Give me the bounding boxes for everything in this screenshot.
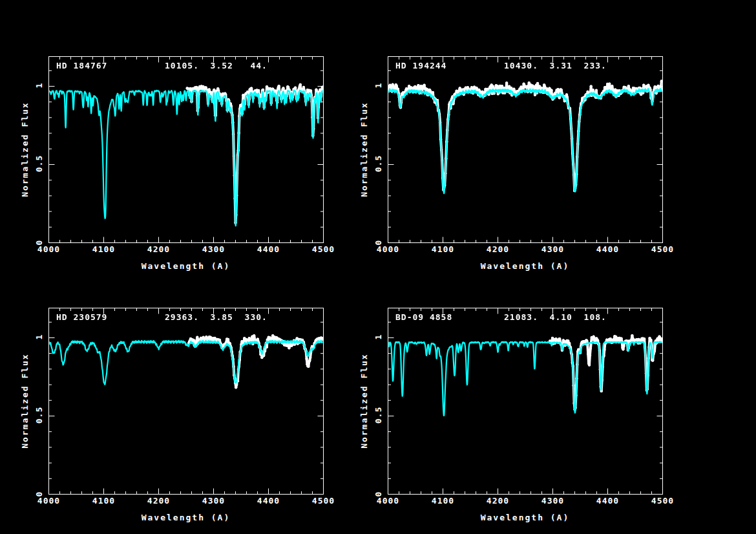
y-axis-title: Normalized Flux (359, 56, 370, 242)
spectra-figure: HD 184767 10105. 3.52 44. Wavelength (A)… (0, 0, 756, 534)
spectrum-panel-hd194244: HD 194244 10430. 3.31 233. Wavelength (A… (339, 0, 717, 267)
x-tick-label: 4100 (85, 496, 123, 506)
spectrum-panel-hd230579: HD 230579 29363. 3.85 330. Wavelength (A… (0, 251, 378, 518)
y-tick-label: 0 (34, 475, 45, 513)
x-axis-title: Wavelength (A) (48, 513, 323, 523)
x-tick-label: 4100 (424, 496, 463, 506)
y-tick-label: 0.5 (34, 396, 45, 434)
spectrum-plot-canvas (388, 308, 663, 495)
x-tick-label: 4500 (644, 496, 682, 506)
y-axis-title: Normalized Flux (20, 56, 30, 242)
y-tick-label: 0 (373, 475, 384, 513)
fit-params-label: 10105. 3.52 44. (165, 61, 268, 71)
x-tick-label: 4500 (304, 496, 343, 506)
y-axis-title: Normalized Flux (20, 308, 30, 494)
x-axis-title: Wavelength (A) (388, 513, 662, 523)
y-tick-label: 1 (373, 66, 384, 105)
star-name-label: BD-09 4858 (395, 312, 452, 323)
spectrum-plot-canvas (48, 56, 324, 244)
star-name-label: HD 194244 (395, 61, 446, 71)
y-tick-label: 0.5 (34, 144, 45, 183)
y-tick-label: 1 (373, 317, 384, 356)
x-tick-label: 4200 (479, 496, 518, 506)
star-name-label: HD 184767 (56, 61, 107, 71)
fit-params-label: 21083. 4.10 108. (504, 312, 607, 323)
y-tick-label: 0.5 (373, 396, 384, 434)
star-name-label: HD 230579 (56, 312, 107, 323)
y-tick-label: 1 (34, 66, 45, 105)
x-tick-label: 4200 (140, 496, 178, 506)
y-tick-label: 0.5 (373, 144, 384, 183)
y-tick-label: 1 (34, 317, 45, 356)
spectrum-plot-canvas (388, 56, 663, 244)
x-tick-label: 4400 (589, 496, 627, 506)
x-tick-label: 4300 (194, 496, 233, 506)
spectrum-plot-canvas (48, 308, 324, 495)
x-tick-label: 4400 (249, 496, 288, 506)
y-axis-title: Normalized Flux (359, 308, 370, 494)
x-tick-label: 4300 (534, 496, 572, 506)
spectrum-panel-hd184767: HD 184767 10105. 3.52 44. Wavelength (A)… (0, 0, 378, 267)
fit-params-label: 10430. 3.31 233. (504, 61, 607, 71)
fit-params-label: 29363. 3.85 330. (165, 312, 268, 323)
spectrum-panel-bd094858: BD-09 4858 21083. 4.10 108. Wavelength (… (339, 251, 717, 518)
